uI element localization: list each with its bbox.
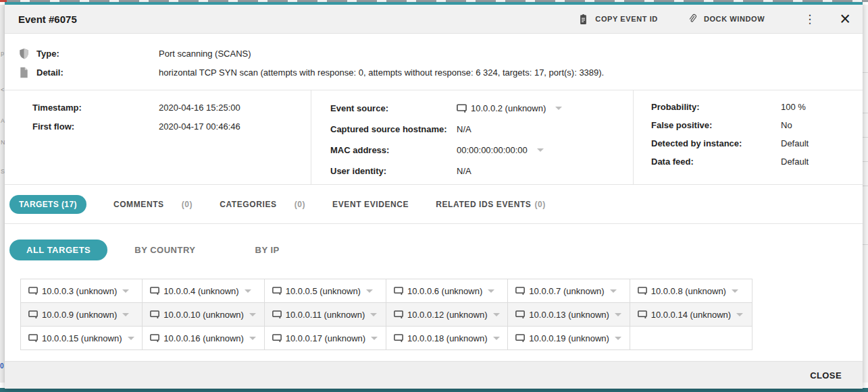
- target-cell[interactable]: 10.0.0.6 (unknown): [386, 279, 508, 302]
- targets-subtabs: ALL TARGETS BY COUNTRY BY IP: [5, 224, 863, 260]
- shield-icon: [18, 48, 30, 59]
- monitor-icon: [150, 310, 159, 318]
- info-column-source: Event source: 10.0.0.2 (unknown) Ca: [311, 90, 633, 184]
- target-cell[interactable]: 10.0.0.14 (unknown): [630, 303, 752, 326]
- tab-targets[interactable]: TARGETS (17): [9, 195, 86, 214]
- monitor-icon: [515, 310, 525, 318]
- monitor-icon: [638, 310, 647, 318]
- document-icon: [18, 67, 30, 78]
- chevron-down-icon[interactable]: [537, 148, 544, 152]
- copy-event-id-button[interactable]: COPY EVENT ID: [578, 13, 658, 25]
- monitor-icon: [28, 310, 38, 318]
- target-ip: 10.0.0.5 (unknown): [286, 286, 361, 296]
- subtab-by-ip[interactable]: BY IP: [255, 245, 280, 255]
- chevron-down-icon[interactable]: [249, 337, 256, 340]
- tab-categories[interactable]: CATEGORIES (0): [220, 200, 305, 209]
- chevron-down-icon[interactable]: [615, 313, 621, 316]
- chevron-down-icon[interactable]: [128, 337, 134, 340]
- target-cell-empty: [630, 327, 752, 349]
- subtab-by-country[interactable]: BY COUNTRY: [134, 245, 195, 255]
- chevron-down-icon[interactable]: [371, 337, 378, 340]
- chevron-down-icon[interactable]: [249, 313, 256, 316]
- monitor-icon: [272, 310, 282, 318]
- target-cell[interactable]: 10.0.0.3 (unknown): [21, 279, 143, 302]
- target-cell[interactable]: 10.0.0.17 (unknown): [265, 327, 386, 349]
- chevron-down-icon[interactable]: [122, 289, 129, 293]
- tab-comments[interactable]: COMMENTS (0): [113, 200, 193, 209]
- target-ip: 10.0.0.9 (unknown): [42, 310, 117, 320]
- chevron-down-icon[interactable]: [370, 313, 377, 316]
- target-ip: 10.0.0.19 (unknown): [529, 333, 609, 343]
- tab-related-ids-label: RELATED IDS EVENTS: [436, 200, 531, 209]
- monitor-icon: [28, 334, 38, 342]
- timestamp-label: Timestamp:: [32, 103, 159, 113]
- close-button[interactable]: CLOSE: [807, 366, 844, 385]
- probability-value: 100 %: [781, 102, 806, 112]
- type-row: Type: Port scanning (SCANS): [18, 44, 849, 63]
- target-cell[interactable]: 10.0.0.19 (unknown): [508, 327, 630, 349]
- tab-related-ids-count: (0): [534, 200, 545, 209]
- info-column-times: Timestamp: 2020-04-16 15:25:00 First flo…: [5, 90, 311, 184]
- tab-categories-label: CATEGORIES: [220, 200, 276, 209]
- chevron-down-icon[interactable]: [493, 337, 500, 340]
- target-cell[interactable]: 10.0.0.12 (unknown): [386, 303, 508, 326]
- captured-hostname-row: Captured source hostname: N/A: [330, 119, 633, 140]
- target-cell[interactable]: 10.0.0.5 (unknown): [265, 279, 386, 302]
- target-cell[interactable]: 10.0.0.11 (unknown): [265, 303, 386, 326]
- data-feed-row: Data feed: Default: [651, 152, 863, 171]
- tab-comments-count: (0): [182, 200, 193, 209]
- tab-event-evidence[interactable]: EVENT EVIDENCE: [332, 200, 409, 209]
- chevron-down-icon[interactable]: [555, 107, 562, 110]
- target-cell[interactable]: 10.0.0.16 (unknown): [143, 327, 264, 349]
- target-cell[interactable]: 10.0.0.10 (unknown): [143, 303, 264, 326]
- background-right-strip: [862, 5, 868, 383]
- chevron-down-icon[interactable]: [732, 289, 738, 293]
- dock-window-button[interactable]: DOCK WINDOW: [688, 13, 765, 25]
- target-ip: 10.0.0.15 (unknown): [42, 333, 122, 343]
- monitor-icon: [272, 287, 282, 295]
- more-options-kebab-icon[interactable]: ⋮: [800, 12, 819, 26]
- chevron-down-icon[interactable]: [488, 289, 494, 293]
- captured-hostname-value: N/A: [457, 124, 471, 134]
- target-ip: 10.0.0.13 (unknown): [529, 310, 609, 320]
- user-identity-value: N/A: [457, 166, 471, 176]
- target-cell[interactable]: 10.0.0.15 (unknown): [21, 327, 143, 349]
- chevron-down-icon[interactable]: [736, 313, 743, 316]
- close-icon[interactable]: ×: [840, 10, 850, 28]
- type-value: Port scanning (SCANS): [159, 49, 251, 59]
- detected-by-label: Detected by instance:: [651, 138, 781, 148]
- monitor-icon: [515, 287, 525, 295]
- target-ip: 10.0.0.18 (unknown): [407, 333, 488, 343]
- detail-value: horizontal TCP SYN scan (attempts with r…: [159, 67, 604, 78]
- monitor-icon: [515, 334, 525, 342]
- target-cell[interactable]: 10.0.0.9 (unknown): [21, 303, 143, 326]
- chevron-down-icon[interactable]: [615, 337, 621, 340]
- event-source-value[interactable]: 10.0.0.2 (unknown): [471, 103, 546, 113]
- chevron-down-icon[interactable]: [122, 313, 129, 316]
- target-ip: 10.0.0.14 (unknown): [651, 310, 732, 320]
- detected-by-row: Detected by instance: Default: [651, 134, 863, 152]
- target-cell[interactable]: 10.0.0.13 (unknown): [508, 303, 630, 326]
- chevron-down-icon[interactable]: [610, 289, 617, 293]
- monitor-icon: [394, 334, 403, 342]
- target-cell[interactable]: 10.0.0.7 (unknown): [508, 279, 630, 302]
- subtab-all-targets[interactable]: ALL TARGETS: [9, 240, 107, 260]
- target-cell[interactable]: 10.0.0.8 (unknown): [630, 279, 752, 302]
- chevron-down-icon[interactable]: [245, 289, 251, 293]
- mac-address-label: MAC address:: [330, 145, 457, 155]
- event-source-label: Event source:: [330, 103, 457, 113]
- mac-address-value[interactable]: 00:00:00:00:00:00: [457, 145, 528, 155]
- chevron-down-icon[interactable]: [493, 313, 500, 316]
- probability-row: Probability: 100 %: [651, 98, 863, 116]
- target-ip: 10.0.0.3 (unknown): [42, 286, 117, 296]
- probability-label: Probability:: [651, 102, 781, 112]
- copy-event-id-label: COPY EVENT ID: [595, 15, 658, 23]
- paperclip-icon: [688, 13, 697, 25]
- target-cell[interactable]: 10.0.0.18 (unknown): [386, 327, 508, 349]
- dialog-footer: CLOSE: [5, 361, 863, 389]
- dialog-title: Event #6075: [18, 13, 77, 25]
- tab-related-ids-events[interactable]: RELATED IDS EVENTS (0): [436, 200, 546, 209]
- target-cell[interactable]: 10.0.0.4 (unknown): [143, 279, 264, 302]
- chevron-down-icon[interactable]: [366, 289, 373, 293]
- detail-row: Detail: horizontal TCP SYN scan (attempt…: [18, 63, 849, 82]
